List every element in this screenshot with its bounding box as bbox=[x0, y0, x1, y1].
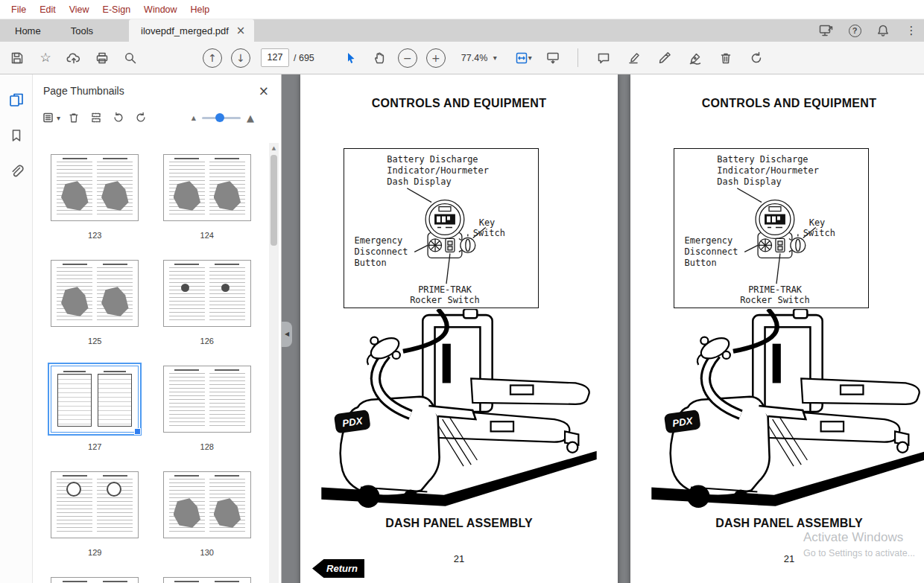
page-thumbnails-icon bbox=[8, 92, 25, 108]
svg-text:Switch: Switch bbox=[803, 228, 835, 238]
pallet-truck-illustration: PDX bbox=[645, 309, 924, 513]
collapse-panel-handle[interactable]: ◀ bbox=[282, 322, 292, 347]
svg-text:Rocker Switch: Rocker Switch bbox=[410, 295, 479, 305]
help-icon: ? bbox=[849, 25, 861, 37]
thumbnail-options-button[interactable]: ▾ bbox=[40, 108, 63, 127]
thumbnail-page-127-selected[interactable]: 127 bbox=[51, 357, 139, 462]
page-total-label: / 695 bbox=[289, 53, 319, 63]
thumbnail-size-slider: ▲ ▲ bbox=[192, 112, 273, 124]
close-panel-icon[interactable]: × bbox=[259, 83, 269, 98]
menu-file[interactable]: File bbox=[4, 4, 33, 15]
small-thumbnail-icon[interactable]: ▲ bbox=[192, 115, 196, 121]
document-viewport[interactable]: ◀ CONTROLS AND EQUIPMENT Battery Dischar… bbox=[282, 74, 924, 583]
menu-help[interactable]: Help bbox=[184, 4, 217, 15]
tab-tools[interactable]: Tools bbox=[56, 19, 108, 42]
delete-pages-button[interactable] bbox=[711, 46, 741, 70]
next-page-button[interactable]: ↓ bbox=[227, 46, 255, 70]
thumbnail-partial[interactable] bbox=[163, 568, 251, 583]
panel-scrollbar[interactable]: ▲ bbox=[269, 143, 279, 583]
zoom-in-button[interactable]: + bbox=[422, 46, 450, 70]
zoom-out-button[interactable]: − bbox=[393, 46, 422, 70]
trash-icon bbox=[719, 51, 732, 65]
page-title: CONTROLS AND EQUIPMENT bbox=[300, 97, 618, 110]
app-body: Page Thumbnails × ▾ bbox=[0, 74, 924, 583]
rotate-pages-button[interactable] bbox=[741, 46, 772, 70]
chevron-down-icon: ▾ bbox=[493, 54, 497, 62]
extract-pages-icon bbox=[90, 112, 102, 124]
help-button[interactable]: ? bbox=[847, 22, 863, 39]
rotate-ccw-button[interactable] bbox=[107, 108, 130, 127]
scrollbar-thumb[interactable] bbox=[270, 155, 277, 246]
fill-sign-button[interactable] bbox=[680, 46, 711, 70]
menu-edit[interactable]: Edit bbox=[33, 4, 63, 15]
svg-text:Button: Button bbox=[355, 258, 387, 268]
thumbnail-page-123[interactable]: 123 bbox=[51, 145, 139, 251]
panel-toolbar: ▾ bbox=[33, 104, 281, 131]
select-tool-button[interactable] bbox=[337, 46, 365, 70]
tab-home[interactable]: Home bbox=[0, 19, 56, 42]
thumbnail-partial[interactable] bbox=[51, 568, 139, 583]
extract-pages-button[interactable] bbox=[85, 108, 107, 127]
page-thumbnails-panel-button[interactable] bbox=[7, 91, 25, 109]
menu-window[interactable]: Window bbox=[137, 4, 183, 15]
svg-text:Key: Key bbox=[809, 217, 826, 228]
printed-page-number: 21 bbox=[630, 553, 924, 564]
print-button[interactable] bbox=[88, 46, 116, 70]
page-number-input[interactable]: 127 bbox=[261, 48, 289, 67]
hand-icon bbox=[373, 51, 386, 65]
panel-header: Page Thumbnails × bbox=[33, 74, 281, 98]
search-button[interactable] bbox=[116, 46, 145, 70]
menu-view[interactable]: View bbox=[63, 4, 96, 15]
delete-page-button[interactable] bbox=[63, 108, 85, 127]
arrow-up-icon: ↑ bbox=[208, 53, 217, 63]
dash-panel-diagram: Battery Discharge Indicator/Hourmeter Da… bbox=[344, 148, 539, 308]
thumbnail-page-125[interactable]: 125 bbox=[51, 251, 139, 357]
large-thumbnail-icon[interactable]: ▲ bbox=[247, 112, 254, 124]
thumbnail-page-130[interactable]: 130 bbox=[163, 462, 251, 568]
figure-caption: DASH PANEL ASSEMBLY bbox=[630, 517, 924, 530]
hand-tool-button[interactable] bbox=[365, 46, 393, 70]
pdf-page-127-right: CONTROLS AND EQUIPMENT Battery Discharge… bbox=[630, 74, 924, 583]
chevron-down-icon: ▾ bbox=[528, 54, 532, 62]
share-file-button[interactable] bbox=[60, 46, 88, 70]
thumbnail-number: 130 bbox=[200, 548, 214, 557]
page-scrolling-button[interactable] bbox=[539, 46, 567, 70]
save-button[interactable] bbox=[3, 46, 31, 70]
thumbnail-size-track[interactable] bbox=[202, 117, 241, 119]
svg-text:Indicator/Hourmeter: Indicator/Hourmeter bbox=[717, 165, 819, 176]
share-screen-button[interactable] bbox=[818, 22, 835, 39]
thumbnail-page-128[interactable]: 128 bbox=[163, 357, 251, 462]
options-list-icon bbox=[42, 112, 55, 124]
sign-button[interactable] bbox=[650, 46, 680, 70]
thumbnail-size-knob[interactable] bbox=[215, 113, 224, 122]
comment-button[interactable] bbox=[589, 46, 619, 70]
previous-page-button[interactable]: ↑ bbox=[198, 46, 227, 70]
page-title: CONTROLS AND EQUIPMENT bbox=[630, 97, 924, 110]
document-tab[interactable]: ilovepdf_merged.pdf × bbox=[129, 19, 254, 42]
zoom-level-dropdown[interactable]: 77.4% ▾ bbox=[456, 48, 502, 67]
scroll-up-icon[interactable]: ▲ bbox=[272, 143, 276, 153]
svg-text:Battery Discharge: Battery Discharge bbox=[387, 154, 478, 165]
thumbnail-page-124[interactable]: 124 bbox=[163, 145, 251, 251]
notifications-button[interactable] bbox=[875, 22, 891, 39]
bookmarks-panel-button[interactable] bbox=[7, 127, 25, 144]
plus-icon: + bbox=[431, 53, 440, 63]
attachments-panel-button[interactable] bbox=[7, 162, 25, 180]
highlight-button[interactable] bbox=[619, 46, 650, 70]
rotate-cw-button[interactable] bbox=[130, 108, 152, 127]
cursor-icon bbox=[344, 51, 358, 65]
star-icon: ☆ bbox=[39, 51, 51, 64]
arrow-down-icon: ↓ bbox=[236, 53, 245, 63]
pallet-truck-illustration: PDX bbox=[315, 309, 603, 513]
pdf-page-127-left: CONTROLS AND EQUIPMENT Battery Discharge… bbox=[300, 74, 618, 583]
cloud-upload-icon bbox=[66, 51, 81, 65]
acrobat-window: File Edit View E-Sign Window Help Home T… bbox=[0, 0, 924, 583]
favorite-button[interactable]: ☆ bbox=[31, 46, 60, 70]
menu-esign[interactable]: E-Sign bbox=[96, 4, 138, 15]
fit-width-dropdown[interactable]: ▾ bbox=[508, 46, 539, 70]
thumbnail-page-129[interactable]: 129 bbox=[51, 462, 139, 568]
thumbnail-page-126[interactable]: 126 bbox=[163, 251, 251, 357]
svg-text:PRIME-TRAK: PRIME-TRAK bbox=[748, 284, 803, 295]
more-menu-icon[interactable]: ⋮ bbox=[903, 22, 920, 39]
close-tab-icon[interactable]: × bbox=[236, 25, 246, 36]
